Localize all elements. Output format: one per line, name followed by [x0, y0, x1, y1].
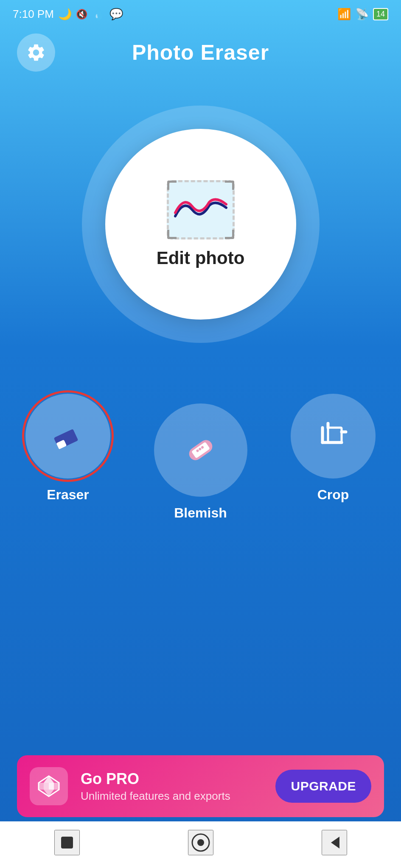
inner-circle: Edit photo	[105, 129, 296, 320]
main-circle-container: Edit photo	[0, 106, 401, 343]
square-icon	[58, 833, 76, 852]
svg-marker-16	[54, 783, 59, 790]
edit-photo-button[interactable]: Edit photo	[82, 106, 320, 343]
svg-marker-15	[39, 783, 44, 790]
time: 7:10 PM	[13, 8, 54, 21]
nav-home-button[interactable]	[188, 830, 213, 855]
settings-button[interactable]	[17, 33, 55, 72]
status-right: 📶 📡 14	[337, 8, 388, 21]
svg-rect-11	[328, 428, 342, 442]
notification-icon: 💧	[92, 8, 105, 21]
crop-label: Crop	[317, 487, 349, 503]
pro-subtitle: Unlimited features and exports	[81, 790, 263, 803]
crop-tool-button[interactable]: Crop	[291, 394, 376, 503]
svg-rect-19	[61, 837, 73, 849]
svg-marker-18	[49, 783, 54, 790]
edit-photo-icon	[167, 180, 235, 239]
svg-marker-22	[331, 837, 339, 849]
signal-icon: 📶	[337, 8, 351, 21]
nav-bar	[0, 821, 401, 868]
squiggle-icon	[173, 195, 228, 225]
status-bar: 7:10 PM 🌙 🔇 💧 💬 📶 📡 14	[0, 0, 401, 25]
header: Photo Eraser	[0, 25, 401, 80]
pro-diamond-bg	[30, 767, 68, 805]
eraser-circle	[25, 394, 110, 479]
pro-banner: Go PRO Unlimited features and exports UP…	[17, 755, 384, 817]
circle-home-icon	[190, 832, 211, 853]
eraser-icon	[51, 419, 85, 453]
corner-tr	[225, 181, 234, 190]
eraser-label: Eraser	[47, 487, 89, 503]
nav-back-button[interactable]	[322, 830, 347, 855]
status-left: 7:10 PM 🌙 🔇 💧 💬	[13, 8, 123, 21]
svg-marker-13	[44, 776, 54, 783]
blemish-icon	[182, 431, 220, 469]
page-title: Photo Eraser	[132, 40, 269, 65]
corner-tl	[167, 181, 177, 190]
messenger-icon: 💬	[109, 8, 123, 21]
blemish-circle	[154, 403, 247, 497]
upgrade-button[interactable]: UPGRADE	[275, 770, 371, 803]
battery-icon: 14	[373, 8, 388, 20]
tools-container: Eraser Blemish	[0, 377, 401, 521]
corner-bl	[167, 230, 177, 239]
svg-point-21	[197, 839, 204, 846]
blemish-tool-button[interactable]: Blemish	[154, 403, 247, 521]
crop-icon	[316, 419, 350, 453]
pro-text: Go PRO Unlimited features and exports	[81, 770, 263, 803]
diamond-icon	[37, 774, 61, 798]
crop-circle	[291, 394, 376, 479]
corner-br	[225, 230, 234, 239]
svg-rect-0	[53, 429, 78, 449]
pro-title: Go PRO	[81, 770, 263, 788]
blemish-label: Blemish	[174, 505, 227, 521]
eraser-tool-button[interactable]: Eraser	[25, 394, 110, 503]
gear-icon	[26, 42, 46, 63]
back-icon	[325, 833, 344, 852]
mute-icon: 🔇	[76, 9, 87, 20]
edit-photo-label: Edit photo	[157, 248, 245, 268]
photo-frame	[167, 180, 235, 239]
svg-marker-14	[44, 790, 54, 796]
svg-marker-17	[44, 783, 49, 790]
nav-square-button[interactable]	[54, 830, 80, 855]
wifi-icon: 📡	[355, 8, 369, 21]
moon-icon: 🌙	[58, 8, 72, 21]
